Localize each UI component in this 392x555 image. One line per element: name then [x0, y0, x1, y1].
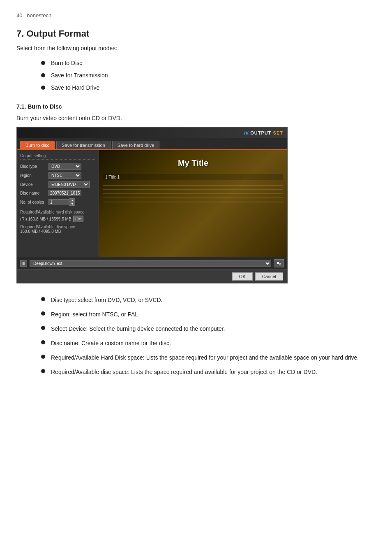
device-select[interactable]: E:BEN0 DVD — [48, 181, 90, 188]
region-label: region — [20, 173, 47, 178]
ok-button[interactable]: OK — [232, 272, 253, 281]
dialog-footer: ||| DeepBrownText ■o — [17, 257, 287, 269]
preview-title: My Title — [99, 150, 287, 172]
disc-type-row: Disc type DVD VCD SVCD — [20, 163, 95, 170]
bullet-text: Required/Available disc space: Lists the… — [51, 368, 376, 376]
bullet-dot — [41, 355, 45, 359]
theme-select[interactable]: DeepBrownText — [30, 260, 271, 267]
dialog-body: Output setting Disc type DVD VCD SVCD re… — [17, 149, 287, 257]
bullet-text: Region: select from NTSC, or PAL. — [51, 310, 376, 319]
spinner-down[interactable]: ▼ — [69, 202, 75, 206]
mode-burn: Burn to Disc — [51, 60, 82, 66]
bullet-text: Disc type: select from DVD, VCD, or SVCD… — [51, 296, 376, 304]
list-item: Burn to Disc — [41, 60, 376, 66]
copies-row: No. of copies ▲ ▼ — [20, 198, 95, 206]
preview-rows — [99, 183, 287, 257]
disc-space-value: 160.8 MB / 4095.0 MB — [20, 229, 95, 234]
output-setting-label: Output setting — [20, 153, 95, 160]
tab-save-transmission[interactable]: Save for transmission — [56, 141, 111, 149]
preview-list-item: 1 Title 1 — [103, 174, 283, 180]
edit-theme-button[interactable]: ■o — [274, 259, 284, 267]
hd-space-section: Required/Available hard disk space (R:) … — [20, 210, 95, 234]
disc-name-label: Disc name — [20, 191, 47, 195]
bullet-text: Required/Available Hard Disk space: List… — [51, 353, 376, 362]
hd-space-label: Required/Available hard disk space — [20, 210, 95, 214]
detail-bullet-item: Select Device: Select the burning device… — [41, 325, 376, 333]
dialog-action-bar: OK Cancel — [17, 269, 287, 283]
section-title: 7. Output Format — [16, 28, 376, 39]
disc-type-select[interactable]: DVD VCD SVCD — [48, 163, 81, 170]
bullet-dot — [41, 73, 45, 77]
device-label: Device — [20, 182, 47, 187]
tab-save-hard-drive[interactable]: Save to hard drive — [112, 141, 159, 149]
tab-burn-to-disc[interactable]: Burn to disc — [20, 141, 55, 149]
burn-intro: Burn your video content onto CD or DVD. — [16, 115, 376, 121]
disc-name-input[interactable] — [48, 190, 81, 196]
preview-row-line — [103, 193, 283, 194]
mode-transmission: Save for Transmission — [51, 72, 108, 79]
bullet-text: Disc name: Create a custom name for the … — [51, 339, 376, 348]
set-word: SET — [273, 130, 283, 135]
disc-type-label: Disc type — [20, 164, 47, 169]
detail-bullet-item: Region: select from NTSC, or PAL. — [41, 310, 376, 319]
preview-row-line — [103, 185, 283, 186]
detail-bullet-item: Required/Available Hard Disk space: List… — [41, 353, 376, 362]
detail-bullet-item: Disc name: Create a custom name for the … — [41, 339, 376, 348]
copies-label: No. of copies — [20, 200, 47, 204]
dialog-tabs[interactable]: Burn to disc Save for transmission Save … — [17, 138, 287, 149]
output-word: OUTPUT — [250, 130, 273, 135]
detail-bullet-item: Required/Available disc space: Lists the… — [41, 368, 376, 376]
dialog-left-panel: Output setting Disc type DVD VCD SVCD re… — [17, 150, 99, 257]
bullet-dot — [41, 297, 45, 301]
spinner-up[interactable]: ▲ — [69, 198, 75, 202]
page-number: 40. honestech — [16, 12, 376, 19]
theme-icon: ||| — [20, 260, 27, 267]
dialog-logo: ht OUTPUT SET — [244, 130, 283, 136]
bullet-dot — [41, 61, 45, 65]
bullet-dot — [41, 326, 45, 330]
disc-name-row: Disc name — [20, 190, 95, 196]
detail-bullets-list: Disc type: select from DVD, VCD, or SVCD… — [41, 296, 376, 376]
device-row: Device E:BEN0 DVD — [20, 181, 95, 188]
bullet-text: Select Device: Select the burning device… — [51, 325, 376, 333]
mode-hard-drive: Save to Hard Drive — [51, 84, 99, 91]
refresh-button[interactable]: Fre — [73, 216, 84, 222]
copies-spinner: ▲ ▼ — [48, 198, 75, 206]
cancel-button[interactable]: Cancel — [255, 272, 283, 281]
preview-row-line — [103, 189, 283, 190]
preview-list: 1 Title 1 — [99, 172, 287, 183]
copies-input[interactable] — [48, 199, 69, 205]
region-row: region NTSC PAL — [20, 172, 95, 179]
spinner-buttons: ▲ ▼ — [69, 198, 75, 206]
section-intro: Select from the following output modes: — [16, 45, 376, 51]
preview-row-line — [103, 197, 283, 198]
subsection-title: 7.1. Burn to Disc — [16, 103, 376, 110]
dialog-header: ht OUTPUT SET — [17, 128, 287, 138]
bullet-dot — [41, 311, 45, 316]
output-set-label: OUTPUT SET — [250, 130, 283, 135]
list-item: Save to Hard Drive — [41, 84, 376, 91]
disc-space-label: Required/Available disc space — [20, 225, 95, 229]
preview-row-line — [103, 202, 283, 202]
preview-panel: My Title 1 Title 1 — [99, 150, 287, 257]
hd-space-value: (R:) 160.8 MB / 13595.5 MB — [20, 217, 71, 221]
bullet-dot — [41, 369, 45, 373]
bullet-dot — [41, 340, 45, 344]
device-select-wrap: E:BEN0 DVD — [48, 181, 90, 188]
bullet-dot — [41, 86, 45, 90]
list-item: Save for Transmission — [41, 72, 376, 79]
output-modes-list: Burn to Disc Save for Transmission Save … — [41, 60, 376, 91]
hd-space-row: (R:) 160.8 MB / 13595.5 MB Fre — [20, 216, 95, 222]
dialog-window: ht OUTPUT SET Burn to disc Save for tran… — [16, 127, 288, 283]
region-select[interactable]: NTSC PAL — [48, 172, 81, 179]
ht-logo-icon: ht — [244, 130, 249, 136]
detail-bullet-item: Disc type: select from DVD, VCD, or SVCD… — [41, 296, 376, 304]
